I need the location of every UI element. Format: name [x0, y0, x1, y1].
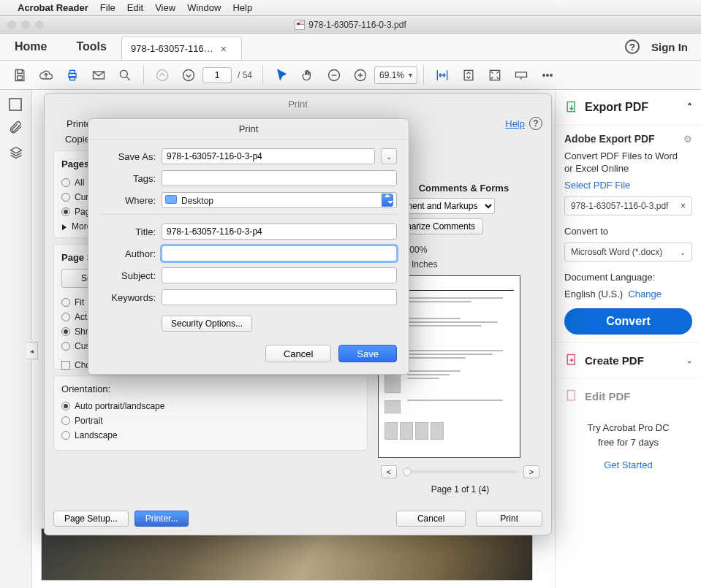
radio-portrait-label: Portrait	[75, 416, 103, 426]
subject-input[interactable]	[162, 267, 397, 283]
radio-fit-label: Fit	[75, 297, 84, 308]
zoom-value: 69.1%	[379, 70, 404, 80]
tab-document[interactable]: 978-1-63057-116… ×	[121, 37, 242, 60]
save-icon[interactable]	[7, 64, 32, 86]
svg-rect-18	[567, 391, 575, 400]
print-icon[interactable]	[60, 64, 85, 86]
menu-file[interactable]: File	[100, 2, 115, 13]
convert-to-label: Convert to	[564, 226, 692, 237]
get-started-link[interactable]: Get Started	[563, 458, 694, 473]
menubar-app-name[interactable]: Acrobat Reader	[18, 2, 88, 13]
radio-landscape[interactable]	[61, 431, 70, 440]
menu-edit[interactable]: Edit	[127, 2, 143, 13]
svg-rect-3	[70, 76, 75, 80]
layers-icon[interactable]	[9, 145, 23, 160]
zoom-level-select[interactable]: 69.1% ▾	[374, 66, 417, 84]
promo-line1: Try Acrobat Pro DC	[563, 421, 694, 435]
choose-paper-checkbox[interactable]	[61, 361, 70, 370]
create-pdf-row[interactable]: Create PDF ⌄	[556, 342, 701, 378]
edit-pdf-row[interactable]: Edit PDF	[556, 378, 701, 413]
radio-actual[interactable]	[61, 313, 70, 321]
radio-custom[interactable]	[61, 342, 70, 351]
save-dialog: Print Save As: ⌄ Tags: Where: Desktop Ti…	[88, 118, 409, 375]
author-input[interactable]	[162, 245, 397, 261]
thumbnails-icon[interactable]	[11, 100, 21, 110]
tags-label: Tags:	[100, 173, 156, 184]
more-tools-icon[interactable]	[535, 64, 560, 86]
where-dropdown-icon[interactable]	[382, 194, 393, 207]
keyboard-icon[interactable]	[509, 64, 534, 86]
navigation-rail: ◂	[0, 90, 32, 588]
fit-page-icon[interactable]	[456, 64, 481, 86]
menu-help[interactable]: Help	[232, 2, 252, 13]
tags-input[interactable]	[162, 170, 397, 186]
page-number-input[interactable]	[202, 67, 232, 83]
where-select[interactable]: Desktop	[162, 192, 397, 208]
clear-file-icon[interactable]: ×	[681, 201, 686, 211]
expand-save-dialog-icon[interactable]: ⌄	[381, 148, 397, 164]
radio-fit[interactable]	[61, 298, 70, 307]
change-language-link[interactable]: Change	[628, 289, 662, 299]
macos-menubar: Acrobat Reader File Edit View Window Hel…	[0, 0, 701, 16]
window-title: 978-1-63057-116-0-3.pdf	[308, 20, 406, 30]
title-input[interactable]	[162, 224, 397, 240]
tab-tools[interactable]: Tools	[61, 34, 121, 60]
hand-tool-icon[interactable]	[295, 64, 320, 86]
select-pdf-file-link[interactable]: Select PDF File	[564, 180, 692, 191]
tab-close-icon[interactable]: ×	[221, 43, 227, 55]
tab-home[interactable]: Home	[0, 34, 61, 60]
print-confirm-button[interactable]: Print	[476, 511, 542, 527]
search-icon[interactable]	[113, 64, 137, 86]
cloud-upload-icon[interactable]	[34, 64, 58, 86]
save-confirm-button[interactable]: Save	[338, 345, 397, 362]
save-as-label: Save As:	[100, 151, 156, 162]
preview-prev-button[interactable]: <	[381, 465, 397, 478]
chevron-down-icon: ▾	[409, 71, 412, 79]
page-down-icon[interactable]	[176, 64, 201, 86]
print-cancel-button[interactable]: Cancel	[396, 511, 466, 527]
zoom-out-icon[interactable]	[322, 64, 346, 86]
selected-file-box[interactable]: 978-1-63057-116-0-3.pdf ×	[564, 196, 692, 215]
edit-pdf-label: Edit PDF	[585, 390, 631, 402]
page-setup-button[interactable]: Page Setup...	[53, 511, 129, 527]
radio-pages[interactable]	[61, 207, 70, 216]
keywords-label: Keywords:	[100, 292, 156, 303]
keywords-input[interactable]	[162, 289, 397, 305]
email-icon[interactable]	[86, 64, 111, 86]
convert-button[interactable]: Convert	[564, 308, 692, 335]
share-icon[interactable]: ⚙	[683, 134, 692, 145]
document-page-view[interactable]	[41, 528, 533, 581]
menu-view[interactable]: View	[155, 2, 175, 13]
preview-slider[interactable]	[403, 470, 518, 473]
radio-shrink[interactable]	[61, 327, 70, 336]
preview-next-button[interactable]: >	[523, 465, 539, 478]
page-up-icon[interactable]	[150, 64, 175, 86]
scale-label: 00%	[409, 245, 427, 255]
printer-button[interactable]: Printer...	[134, 511, 189, 527]
save-as-input[interactable]	[162, 148, 375, 164]
save-cancel-button[interactable]: Cancel	[265, 345, 331, 362]
radio-auto-orient[interactable]	[61, 402, 70, 411]
security-options-button[interactable]: Security Options...	[162, 316, 252, 332]
author-label: Author:	[100, 248, 156, 259]
export-desc1: Convert PDF Files to Word	[564, 150, 692, 161]
more-options-icon[interactable]: ▶	[62, 222, 67, 232]
format-select[interactable]: Microsoft Word (*.docx) ⌄	[564, 243, 692, 261]
sign-in-button[interactable]: Sign In	[651, 41, 688, 53]
zoom-in-icon[interactable]	[348, 64, 373, 86]
radio-current[interactable]	[61, 193, 70, 202]
attachments-icon[interactable]	[9, 121, 23, 135]
create-pdf-icon	[564, 353, 579, 367]
fit-width-icon[interactable]	[430, 64, 455, 86]
radio-all[interactable]	[61, 178, 70, 187]
select-tool-icon[interactable]	[269, 64, 294, 86]
fullscreen-icon[interactable]	[482, 64, 507, 86]
where-value: Desktop	[181, 196, 213, 206]
doc-language-label: Document Language:	[564, 272, 692, 283]
collapse-export-icon[interactable]: ˄	[687, 102, 692, 113]
tools-panel: Export PDF ˄ Adobe Export PDF ⚙ Convert …	[555, 90, 701, 588]
menu-window[interactable]: Window	[187, 2, 221, 13]
preview-page-indicator: Page 1 of 1 (4)	[378, 484, 542, 495]
help-icon[interactable]: ?	[625, 39, 640, 54]
radio-portrait[interactable]	[61, 416, 70, 425]
